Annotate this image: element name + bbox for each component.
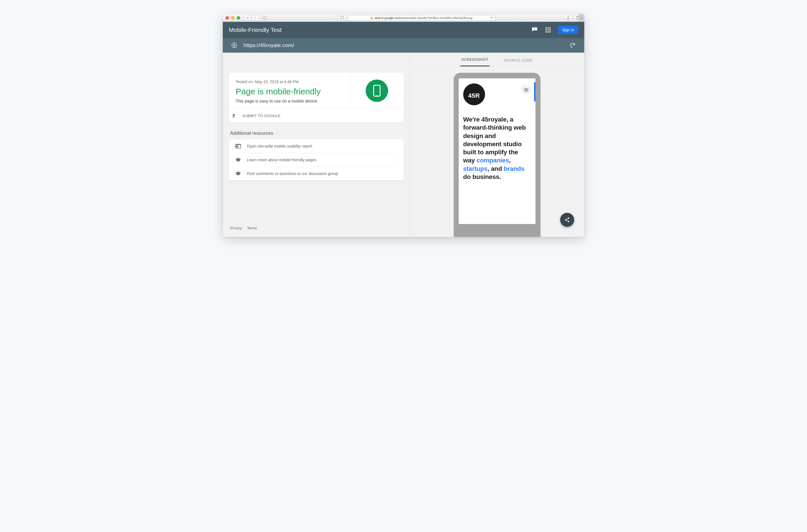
svg-rect-4 bbox=[546, 27, 547, 28]
result-card: Tested on: May 10, 2018 at 4:46 PM Page … bbox=[229, 73, 403, 122]
hero-text-segment: , bbox=[509, 157, 511, 164]
hero-link-companies: companies bbox=[477, 157, 509, 164]
minimize-window-button[interactable] bbox=[231, 16, 235, 20]
terms-link[interactable]: Terms bbox=[247, 226, 257, 230]
graduation-icon bbox=[235, 171, 241, 176]
safari-window: 🔒 search.google.com /test/mobile-friendl… bbox=[223, 14, 584, 237]
preview-pane: SCREENSHOT SOURCE CODE 45R We'r bbox=[410, 53, 585, 237]
svg-point-20 bbox=[568, 217, 569, 219]
apps-grid-icon[interactable] bbox=[545, 26, 551, 33]
address-host: search.google.com bbox=[374, 16, 400, 20]
privacy-link[interactable]: Privacy bbox=[230, 226, 242, 230]
phone-frame: 45R We're 45royale, a forward-thinking w… bbox=[454, 73, 540, 237]
resource-label: Open site-wide mobile usability report bbox=[247, 144, 312, 148]
tested-on-label: Tested on: May 10, 2018 at 4:46 PM bbox=[236, 79, 344, 84]
svg-rect-5 bbox=[548, 27, 549, 28]
feedback-icon[interactable] bbox=[531, 26, 538, 33]
site-logo: 45R bbox=[463, 83, 485, 105]
svg-rect-10 bbox=[546, 31, 547, 33]
forward-button[interactable] bbox=[252, 15, 259, 21]
verdict-title: Page is mobile-friendly bbox=[236, 87, 344, 96]
share-button[interactable] bbox=[564, 15, 572, 21]
share-fab-button[interactable] bbox=[560, 213, 574, 227]
svg-rect-8 bbox=[548, 30, 549, 31]
results-pane: Tested on: May 10, 2018 at 4:46 PM Page … bbox=[223, 53, 410, 237]
svg-point-22 bbox=[568, 221, 569, 222]
close-window-button[interactable] bbox=[225, 16, 229, 20]
address-bar[interactable]: 🔒 search.google.com /test/mobile-friendl… bbox=[348, 15, 495, 21]
svg-rect-7 bbox=[546, 30, 547, 31]
privacy-report-button[interactable] bbox=[338, 15, 346, 21]
phone-preview: 45R We're 45royale, a forward-thinking w… bbox=[410, 66, 585, 237]
app-title: Mobile-Friendly Test bbox=[229, 26, 281, 33]
resource-label: Learn more about mobile-friendly pages bbox=[247, 158, 316, 162]
svg-rect-12 bbox=[550, 31, 551, 33]
verdict-badge bbox=[350, 73, 403, 108]
footer-links: Privacy Terms bbox=[229, 223, 403, 231]
tab-screenshot[interactable]: SCREENSHOT bbox=[460, 57, 490, 66]
app-header: Mobile-Friendly Test Sign in bbox=[223, 22, 584, 38]
signin-button[interactable]: Sign in bbox=[558, 26, 578, 34]
mobile-ok-icon bbox=[366, 79, 388, 102]
browser-chrome: 🔒 search.google.com /test/mobile-friendl… bbox=[223, 14, 584, 22]
site-header: 45R bbox=[463, 83, 531, 105]
fullscreen-window-button[interactable] bbox=[237, 16, 240, 20]
resources-card: Open site-wide mobile usability report L… bbox=[229, 139, 403, 180]
window-controls bbox=[225, 16, 240, 20]
hero-link-brands: brands bbox=[503, 165, 524, 172]
preview-tabs: SCREENSHOT SOURCE CODE bbox=[410, 53, 585, 66]
resource-discussion-group[interactable]: Post comments or questions to our discus… bbox=[247, 167, 397, 180]
svg-point-21 bbox=[565, 219, 567, 221]
reload-icon[interactable]: ⟳ bbox=[490, 16, 493, 20]
webpage-icon bbox=[235, 144, 241, 148]
hero-link-startups: startups bbox=[463, 165, 488, 172]
globe-icon bbox=[231, 42, 237, 49]
verdict-subtext: This page is easy to use on a mobile dev… bbox=[236, 98, 344, 103]
resource-label: Post comments or questions to our discus… bbox=[247, 171, 338, 176]
main-content: Tested on: May 10, 2018 at 4:46 PM Page … bbox=[223, 53, 584, 237]
resource-usability-report[interactable]: Open site-wide mobile usability report bbox=[229, 139, 403, 153]
svg-rect-11 bbox=[548, 31, 549, 33]
svg-rect-9 bbox=[550, 30, 551, 31]
sidebar-toggle-button[interactable] bbox=[261, 15, 269, 21]
hamburger-menu-icon bbox=[521, 85, 531, 95]
url-test-bar: https://45royale.com/ bbox=[223, 38, 584, 53]
header-actions: Sign in bbox=[531, 26, 578, 34]
accent-strip bbox=[534, 82, 535, 101]
upload-icon bbox=[231, 113, 238, 118]
address-path: /test/mobile-friendly?id=lBnLSvGWlKc2MxS… bbox=[400, 16, 472, 20]
submit-to-google-button[interactable]: SUBMIT TO GOOGLE bbox=[229, 108, 403, 122]
resources-title: Additional resources bbox=[230, 131, 402, 136]
svg-rect-6 bbox=[550, 27, 551, 28]
tab-source-code[interactable]: SOURCE CODE bbox=[502, 58, 533, 66]
hero-text: We're 45royale, a forward-thinking web d… bbox=[463, 115, 531, 181]
resource-learn-more[interactable]: Learn more about mobile-friendly pages bbox=[247, 153, 397, 167]
new-tab-button[interactable]: + bbox=[579, 14, 584, 22]
submit-label: SUBMIT TO GOOGLE bbox=[242, 114, 280, 118]
address-bar-group: 🔒 search.google.com /test/mobile-friendl… bbox=[338, 15, 495, 21]
phone-screen: 45R We're 45royale, a forward-thinking w… bbox=[459, 78, 535, 224]
back-button[interactable] bbox=[244, 15, 251, 21]
svg-rect-0 bbox=[263, 17, 267, 19]
lock-icon: 🔒 bbox=[370, 17, 373, 19]
graduation-icon bbox=[235, 158, 241, 162]
tested-url-input[interactable]: https://45royale.com/ bbox=[243, 42, 563, 49]
svg-rect-16 bbox=[236, 146, 238, 147]
retest-button[interactable] bbox=[569, 42, 576, 49]
hero-text-segment: , and bbox=[488, 165, 504, 172]
hero-text-segment: do business. bbox=[463, 173, 501, 180]
svg-rect-3 bbox=[576, 17, 579, 19]
